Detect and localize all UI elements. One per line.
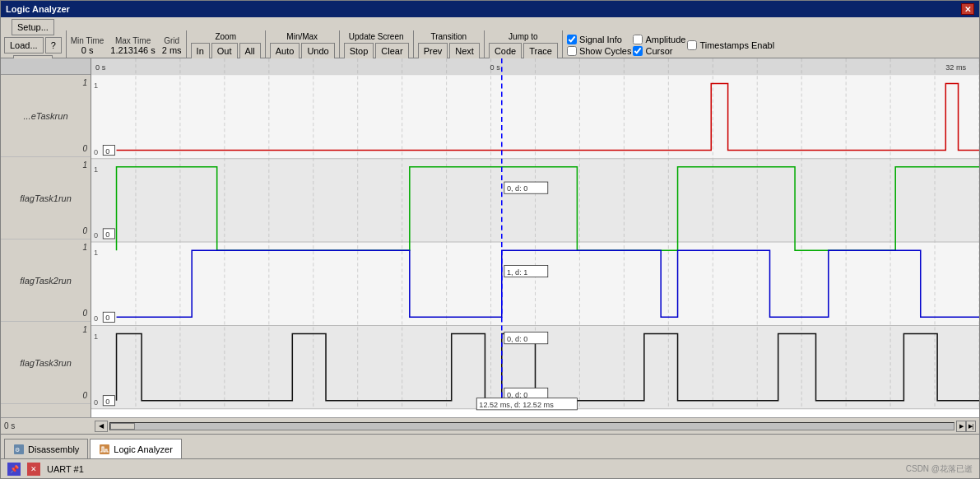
help-button[interactable]: ?	[45, 37, 62, 53]
clear-button[interactable]: Clear	[375, 43, 408, 59]
max-time-value: 1.213146 s	[110, 45, 155, 55]
flagtask2run-label-1: 1	[82, 243, 87, 252]
code-button[interactable]: Code	[489, 43, 522, 59]
zoom-buttons: In Out All	[191, 43, 261, 59]
etaskrun-name: ...eTaskrun	[23, 111, 67, 121]
options-group3: Timestamps Enabl	[687, 40, 774, 50]
update-group: Update Screen Stop Clear	[344, 32, 409, 59]
scroll-end-button[interactable]: ▶|	[966, 421, 976, 432]
waveform-svg: 1 0 1 0 1 0 1 0 0 0 0 0	[91, 58, 979, 417]
flagtask1run-label-0: 0	[82, 226, 87, 235]
options-group: Signal Info Show Cycles	[567, 35, 632, 56]
pin-icon: 📌	[7, 463, 21, 476]
toolbar: Setup... Load... ? Save... Min Time 0 s …	[1, 17, 979, 58]
svg-text:0,  d: 0: 0, d: 0	[507, 391, 527, 399]
scroll-thumb[interactable]	[110, 423, 135, 430]
cursor-checkbox-label[interactable]: Cursor	[633, 46, 672, 56]
svg-text:1: 1	[94, 333, 98, 341]
stop-button[interactable]: Stop	[344, 43, 374, 59]
svg-text:0,  d: 0: 0, d: 0	[507, 184, 527, 193]
sep1	[66, 30, 67, 60]
sep7	[562, 30, 563, 60]
window-title: Logic Analyzer	[6, 4, 70, 14]
tab-disassembly[interactable]: ⚙ Disassembly	[4, 439, 88, 458]
amplitude-label: Amplitude	[645, 35, 685, 44]
close-button[interactable]: ✕	[961, 3, 974, 15]
title-bar: Logic Analyzer ✕	[1, 1, 979, 17]
min-time-value: 0 s	[81, 45, 94, 55]
sep5	[413, 30, 414, 60]
status-bar: 📌 ✕ UART #1 CSDN @花落已逝	[1, 458, 979, 478]
jump-buttons: Code Trace	[489, 43, 558, 59]
next-button[interactable]: Next	[449, 43, 480, 59]
max-time-field: Max Time 1.213146 s	[110, 36, 155, 55]
amplitude-checkbox[interactable]	[633, 35, 643, 44]
setup-button[interactable]: Setup...	[12, 19, 54, 35]
svg-text:1,  d: 1: 1, d: 1	[507, 268, 527, 277]
signal-name-flagtask2run: 1 flagTask2run 0	[1, 240, 91, 322]
flagtask1run-name: flagTask1run	[20, 193, 72, 203]
cursor-checkbox[interactable]	[633, 46, 643, 56]
svg-text:0,  d: 0: 0, d: 0	[507, 335, 527, 343]
grid-value: 2 ms	[162, 45, 182, 55]
scroll-left-button[interactable]: ◀	[95, 421, 108, 432]
zoom-all-button[interactable]: All	[239, 43, 261, 59]
zoom-in-button[interactable]: In	[191, 43, 210, 59]
waveform-area: 1 0 1 0 1 0 1 0 0 0 0 0	[91, 58, 979, 417]
zoom-out-button[interactable]: Out	[211, 43, 238, 59]
jump-label: Jump to	[509, 32, 538, 41]
status-left: 📌 ✕ UART #1	[7, 463, 84, 476]
grid-field: Grid 2 ms	[162, 36, 182, 55]
scrollbar-container: ◀ ▶ ▶|	[95, 421, 976, 432]
amplitude-checkbox-label[interactable]: Amplitude	[633, 35, 685, 44]
signal-info-checkbox-label[interactable]: Signal Info	[567, 35, 622, 44]
flagtask2run-label-0: 0	[82, 309, 87, 318]
transition-label: Transition	[430, 32, 467, 41]
flagtask3run-name: flagTask3run	[20, 358, 72, 368]
status-close-icon[interactable]: ✕	[27, 463, 40, 476]
scroll-right-button[interactable]: ▶	[956, 421, 966, 432]
watermark: CSDN @花落已逝	[906, 463, 973, 475]
update-label: Update Screen	[349, 32, 404, 41]
main-area: 1 ...eTaskrun 0 1 flagTask1run 0 1 flagT…	[1, 58, 979, 417]
svg-text:0: 0	[105, 314, 109, 322]
signal-name-flagtask3run: 1 flagTask3run 0	[1, 322, 91, 404]
timestamps-checkbox-label[interactable]: Timestamps Enabl	[687, 40, 774, 50]
flagtask1run-label-1: 1	[82, 160, 87, 170]
svg-text:1: 1	[94, 165, 98, 174]
logic-analyzer-icon	[99, 444, 110, 455]
scroll-track[interactable]	[109, 422, 954, 430]
show-cycles-checkbox-label[interactable]: Show Cycles	[567, 46, 632, 56]
signal-info-checkbox[interactable]	[567, 35, 577, 44]
etaskrun-label-1: 1	[82, 78, 87, 87]
svg-text:1: 1	[94, 249, 98, 257]
min-time-label: Min Time	[71, 36, 105, 45]
svg-text:12.52 ms,   d: 12.52 ms: 12.52 ms, d: 12.52 ms	[479, 401, 554, 409]
sep6	[484, 30, 485, 60]
zoom-group: Zoom In Out All	[191, 32, 261, 59]
svg-text:1: 1	[94, 82, 98, 91]
timestamps-checkbox[interactable]	[687, 40, 697, 50]
sep3	[265, 30, 266, 60]
svg-text:0: 0	[94, 314, 98, 323]
logic-analyzer-window: Logic Analyzer ✕ Setup... Load... ? Save…	[0, 0, 980, 479]
svg-text:0: 0	[94, 148, 98, 156]
load-save-row: Load... ?	[4, 37, 62, 53]
show-cycles-checkbox[interactable]	[567, 46, 577, 56]
trace-button[interactable]: Trace	[523, 43, 558, 59]
signal-name-etaskrun: 1 ...eTaskrun 0	[1, 75, 91, 157]
auto-button[interactable]: Auto	[270, 43, 300, 59]
prev-button[interactable]: Prev	[418, 43, 448, 59]
load-button[interactable]: Load...	[4, 37, 44, 53]
tab-bar: ⚙ Disassembly Logic Analyzer	[1, 434, 979, 458]
svg-text:0 s: 0 s	[490, 63, 501, 72]
undo-button[interactable]: Undo	[301, 43, 334, 59]
flagtask3run-label-0: 0	[82, 391, 87, 400]
svg-text:⚙: ⚙	[15, 447, 20, 453]
min-time-field: Min Time 0 s	[71, 36, 105, 55]
show-cycles-label: Show Cycles	[579, 46, 632, 56]
zoom-label: Zoom	[215, 32, 236, 41]
tab-logic-analyzer[interactable]: Logic Analyzer	[90, 439, 182, 458]
time-start-label: 0 s	[4, 421, 95, 430]
options-group2: Amplitude Cursor	[633, 35, 685, 56]
